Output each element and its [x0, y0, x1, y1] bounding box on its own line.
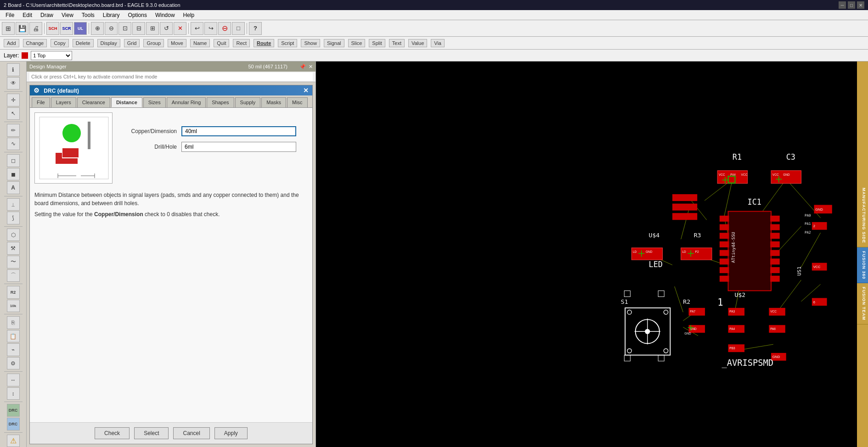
toolbar-undo-btn[interactable]: ↩	[191, 22, 203, 35]
command-input[interactable]	[29, 73, 313, 81]
toolbar-stop-btn[interactable]: ⊖	[218, 22, 231, 35]
sidebar-select-btn[interactable]: ↖	[7, 107, 20, 120]
sidebar-autoroute-btn[interactable]: ⟆	[7, 212, 20, 224]
cmd-name[interactable]: Name	[190, 39, 210, 47]
menu-edit[interactable]: Edit	[19, 11, 36, 19]
pcb-canvas[interactable]: R1 VCC P## VCC C3	[316, 61, 857, 447]
toolbar-cross-btn[interactable]: ✕	[174, 22, 186, 35]
cmd-display[interactable]: Display	[97, 39, 120, 47]
toolbar-ul-btn[interactable]: UL	[74, 22, 87, 35]
menu-view[interactable]: View	[58, 11, 77, 19]
toolbar-scr-btn[interactable]: SCR	[60, 22, 73, 35]
sidebar-probe-btn[interactable]: ⌁	[7, 343, 20, 356]
cmd-split[interactable]: Split	[369, 39, 385, 47]
tab-distance[interactable]: Distance	[111, 97, 142, 107]
cmd-quit[interactable]: Quit	[214, 39, 229, 47]
cmd-add[interactable]: Add	[4, 39, 19, 47]
toolbar-zoom-out-btn[interactable]: ⊖	[105, 22, 118, 35]
dm-pin-icon[interactable]: 📌	[299, 64, 306, 70]
toolbar-help-btn[interactable]: ?	[249, 22, 262, 35]
sidebar-text-btn[interactable]: A	[7, 181, 20, 194]
sidebar-shape-btn[interactable]: ◻	[7, 154, 20, 167]
toolbar-empty-btn[interactable]: □	[232, 22, 245, 35]
tab-shapes[interactable]: Shapes	[207, 97, 234, 107]
sidebar-route-btn[interactable]: ⟂	[7, 198, 20, 211]
toolbar-print-btn[interactable]: 🖨	[29, 22, 42, 35]
maximize-btn[interactable]: □	[848, 1, 855, 9]
cmd-route[interactable]: Route	[254, 39, 274, 47]
cmd-via[interactable]: Via	[431, 39, 445, 47]
toolbar-drc-btn[interactable]: SCH	[46, 22, 59, 35]
sidebar-move-btn[interactable]: ✛	[7, 94, 20, 106]
cmd-slice[interactable]: Slice	[348, 39, 366, 47]
menu-library[interactable]: Library	[99, 11, 124, 19]
tab-file[interactable]: File	[32, 97, 50, 107]
menu-draw[interactable]: Draw	[37, 11, 57, 19]
sidebar-solder-btn[interactable]: ⚙	[7, 357, 20, 370]
cmd-value[interactable]: Value	[408, 39, 427, 47]
cmd-text[interactable]: Text	[389, 39, 405, 47]
cmd-delete[interactable]: Delete	[73, 39, 94, 47]
sidebar-r2-btn[interactable]: R2	[7, 286, 20, 299]
right-tab-manufacturing[interactable]: MANUFACTURING SIDE	[857, 184, 868, 247]
sidebar-paste-btn[interactable]: 📋	[7, 330, 20, 343]
sidebar-wire-btn[interactable]: 〜	[7, 256, 20, 268]
toolbar-grid-btn[interactable]: ⊞	[2, 22, 15, 35]
drc-close-btn[interactable]: ✕	[303, 87, 309, 94]
menu-options[interactable]: Options	[124, 11, 151, 19]
sidebar-eye-btn[interactable]: 👁	[7, 77, 20, 90]
sidebar-fill-btn[interactable]: ◼	[7, 168, 20, 181]
field-input-drill[interactable]	[181, 142, 296, 152]
dm-close-icon[interactable]: ✕	[309, 64, 313, 70]
toolbar-zoom-custom-btn[interactable]: ⊞	[146, 22, 159, 35]
cmd-grid[interactable]: Grid	[124, 39, 140, 47]
btn-apply[interactable]: Apply	[214, 427, 248, 439]
toolbar-zoom-sel-btn[interactable]: ⊟	[132, 22, 145, 35]
menu-file[interactable]: File	[2, 11, 18, 19]
toolbar-save-btn[interactable]: 💾	[16, 22, 28, 35]
cmd-change[interactable]: Change	[23, 39, 47, 47]
tab-annular-ring[interactable]: Annular Ring	[167, 97, 206, 107]
toolbar-zoom-in-btn[interactable]: ⊕	[91, 22, 104, 35]
sidebar-drc2-btn[interactable]: DRC	[7, 418, 20, 430]
toolbar-refresh-btn[interactable]: ↺	[160, 22, 173, 35]
sidebar-flip-h-btn[interactable]: ↔	[7, 374, 20, 386]
btn-cancel[interactable]: Cancel	[173, 427, 209, 439]
minimize-btn[interactable]: ─	[839, 1, 846, 9]
sidebar-smash-btn[interactable]: ⚒	[7, 242, 20, 255]
toolbar-zoom-fit-btn[interactable]: ⊡	[118, 22, 131, 35]
sidebar-copy-btn[interactable]: ⎘	[7, 316, 20, 329]
layer-selector[interactable]: 1 Top 2 Bottom 17 Pads 18 Vias 20 Dimens…	[31, 51, 72, 60]
btn-check[interactable]: Check	[95, 427, 130, 439]
close-btn[interactable]: ✕	[857, 1, 864, 9]
cmd-show[interactable]: Show	[301, 39, 320, 47]
cmd-copy[interactable]: Copy	[51, 39, 69, 47]
tab-misc[interactable]: Misc	[287, 97, 308, 107]
tab-clearance[interactable]: Clearance	[77, 97, 110, 107]
right-tab-fusion360[interactable]: FUSION 360	[857, 247, 868, 284]
sidebar-flip-v-btn[interactable]: ↕	[7, 387, 20, 400]
cmd-group[interactable]: Group	[143, 39, 164, 47]
tab-supply[interactable]: Supply	[235, 97, 261, 107]
toolbar-redo-btn[interactable]: ↪	[204, 22, 217, 35]
tab-sizes[interactable]: Sizes	[143, 97, 166, 107]
cmd-move[interactable]: Move	[168, 39, 186, 47]
cmd-signal[interactable]: Signal	[324, 39, 344, 47]
sidebar-drc-btn[interactable]: DRC	[7, 404, 20, 417]
menu-tools[interactable]: Tools	[78, 11, 98, 19]
sidebar-polygon-btn[interactable]: ⬡	[7, 229, 20, 241]
sidebar-arc-btn[interactable]: ⌒	[7, 269, 20, 282]
sidebar-info-btn[interactable]: ℹ	[7, 63, 20, 76]
menu-help[interactable]: Help	[180, 11, 198, 19]
menu-window[interactable]: Window	[152, 11, 179, 19]
btn-select[interactable]: Select	[134, 427, 169, 439]
sidebar-curve-btn[interactable]: ∿	[7, 138, 20, 151]
cmd-script[interactable]: Script	[278, 39, 297, 47]
cmd-rect[interactable]: Rect	[233, 39, 250, 47]
field-input-copper[interactable]	[181, 126, 296, 136]
tab-masks[interactable]: Masks	[261, 97, 286, 107]
sidebar-warn-btn[interactable]: ⚠	[7, 435, 20, 447]
tab-layers[interactable]: Layers	[51, 97, 76, 107]
sidebar-10k-btn[interactable]: 10k	[7, 300, 20, 313]
sidebar-pencil-btn[interactable]: ✏	[7, 124, 20, 137]
